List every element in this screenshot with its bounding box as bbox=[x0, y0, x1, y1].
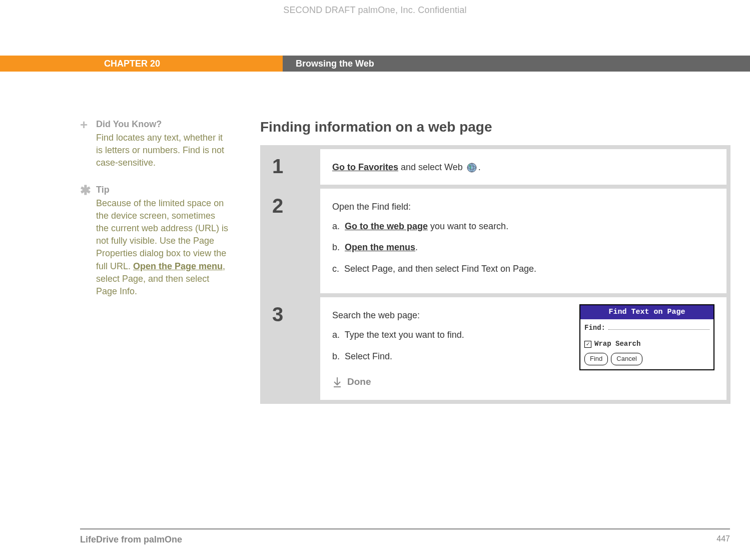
done-label: Done bbox=[347, 374, 371, 389]
did-you-know-text: Find locates any text, whether it is let… bbox=[96, 132, 230, 170]
tip-text: Because of the limited space on the devi… bbox=[96, 197, 230, 298]
step-2-heading: Open the Find field: bbox=[332, 200, 714, 214]
step-3-item-b: b. Select Find. bbox=[332, 349, 522, 364]
go-to-favorites-link[interactable]: Go to Favorites bbox=[332, 162, 398, 172]
plus-icon: + bbox=[80, 119, 96, 170]
find-text-dialog: Find Text on Page Find: ✓ Wrap Search bbox=[579, 304, 714, 370]
done-indicator: Done bbox=[332, 374, 714, 389]
step-1-period: . bbox=[478, 162, 481, 172]
step-2b-rest: . bbox=[415, 242, 418, 252]
sidebar: + Did You Know? Find locates any text, w… bbox=[80, 119, 260, 404]
chapter-title: Browsing the Web bbox=[283, 56, 750, 72]
step-2-item-c: c. Select Page, and then select Find Tex… bbox=[332, 262, 714, 276]
did-you-know-title: Did You Know? bbox=[96, 119, 230, 130]
step-number: 3 bbox=[264, 297, 320, 400]
step-3a-text: Type the text you want to find. bbox=[345, 330, 464, 340]
wrap-search-checkbox[interactable]: ✓ bbox=[584, 341, 591, 348]
find-input[interactable] bbox=[608, 324, 709, 330]
list-marker: a. bbox=[332, 221, 340, 231]
section-title: Finding information on a web page bbox=[260, 119, 730, 135]
tip-text-before: Because of the limited space on the devi… bbox=[96, 198, 228, 271]
find-label: Find: bbox=[584, 322, 605, 333]
page-number: 447 bbox=[716, 534, 730, 545]
done-arrow-icon bbox=[332, 377, 342, 388]
list-marker: b. bbox=[332, 242, 340, 252]
list-marker: b. bbox=[332, 351, 340, 361]
cancel-button[interactable]: Cancel bbox=[611, 353, 642, 365]
main-content: Finding information on a web page 1 Go t… bbox=[260, 119, 730, 404]
step-number: 2 bbox=[264, 189, 320, 293]
step-2: 2 Open the Find field: a. Go to the web … bbox=[264, 189, 726, 293]
find-button[interactable]: Find bbox=[584, 353, 608, 365]
web-globe-icon bbox=[466, 162, 477, 173]
list-marker: a. bbox=[332, 330, 340, 340]
step-number: 1 bbox=[264, 149, 320, 185]
step-3-body: Search the web page: a. Type the text yo… bbox=[320, 297, 726, 400]
step-1-body: Go to Favorites and select Web . bbox=[320, 149, 726, 185]
tip-block: ✱ Tip Because of the limited space on th… bbox=[80, 185, 230, 298]
list-marker: c. bbox=[332, 264, 339, 274]
step-2-item-b: b. Open the menus. bbox=[332, 240, 714, 255]
step-2a-rest: you want to search. bbox=[428, 221, 508, 231]
did-you-know-block: + Did You Know? Find locates any text, w… bbox=[80, 119, 230, 170]
classification-header: SECOND DRAFT palmOne, Inc. Confidential bbox=[0, 0, 750, 16]
steps-container: 1 Go to Favorites and select Web . 2 bbox=[260, 145, 730, 404]
wrap-search-label: Wrap Search bbox=[594, 338, 640, 349]
tip-link-open-page-menu[interactable]: Open the Page menu bbox=[133, 261, 223, 271]
go-to-web-page-link[interactable]: Go to the web page bbox=[345, 221, 428, 231]
dialog-title: Find Text on Page bbox=[580, 305, 713, 319]
step-2-body: Open the Find field: a. Go to the web pa… bbox=[320, 189, 726, 293]
step-2c-text: Select Page, and then select Find Text o… bbox=[344, 264, 536, 274]
chapter-banner: CHAPTER 20 Browsing the Web bbox=[0, 56, 750, 72]
open-the-menus-link[interactable]: Open the menus bbox=[345, 242, 415, 252]
tip-title: Tip bbox=[96, 185, 230, 195]
chapter-label: CHAPTER 20 bbox=[0, 56, 283, 72]
step-1-text: and select Web bbox=[398, 162, 465, 172]
step-3: 3 Search the web page: a. Type the text … bbox=[264, 297, 726, 400]
step-1: 1 Go to Favorites and select Web . bbox=[264, 149, 726, 185]
footer-product: LifeDrive from palmOne bbox=[80, 534, 182, 545]
step-3-item-a: a. Type the text you want to find. bbox=[332, 328, 522, 342]
svg-point-0 bbox=[467, 163, 476, 172]
asterisk-icon: ✱ bbox=[80, 185, 96, 298]
step-2-item-a: a. Go to the web page you want to search… bbox=[332, 219, 714, 234]
step-3b-text: Select Find. bbox=[345, 351, 392, 361]
page-footer: LifeDrive from palmOne 447 bbox=[80, 528, 730, 545]
